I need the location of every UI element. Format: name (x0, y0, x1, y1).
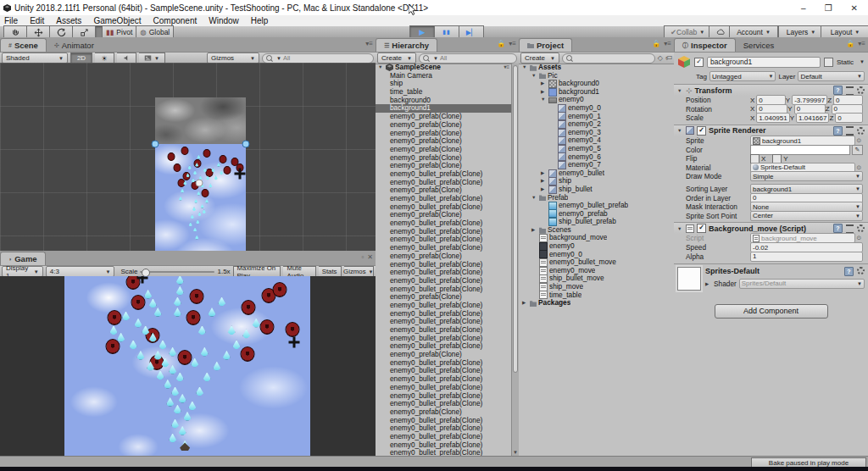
foldout-arrow-icon[interactable]: ▼ (677, 226, 683, 231)
project-item-row[interactable]: ▶Packages (519, 299, 674, 308)
object-picker-icon[interactable]: ⊙ (855, 235, 863, 241)
tab-hierarchy[interactable]: ☰Hierarchy (376, 38, 437, 52)
help-icon[interactable]: ? (833, 86, 843, 95)
menu-component[interactable]: Component (153, 16, 198, 25)
project-menu-icon[interactable]: ▾≡ (664, 40, 671, 47)
project-item-row[interactable]: enemy0_0 (519, 104, 674, 113)
sprite-renderer-header[interactable]: ▼ ✓ Sprite Renderer ? (674, 125, 868, 136)
foldout-arrow-icon[interactable]: ▶ (541, 80, 547, 88)
project-item-row[interactable]: enemy0_6 (519, 153, 674, 162)
project-item-row[interactable]: enemy0_7 (519, 161, 674, 169)
foldout-arrow-icon[interactable]: ▼ (677, 128, 683, 133)
object-picker-icon[interactable]: ⊙ (855, 137, 863, 144)
eyedropper-icon[interactable]: ✎ (852, 145, 863, 155)
foldout-arrow-icon[interactable]: ▼ (541, 96, 547, 104)
component-enabled-checkbox[interactable]: ✓ (697, 126, 706, 136)
tab-scene[interactable]: #Scene (0, 38, 47, 52)
restore-button[interactable]: ❐ (825, 3, 832, 13)
hierarchy-item-row[interactable]: enemy0_bullet_prefab(Clone) (376, 449, 512, 456)
scale-y-field[interactable]: 1.041667 (796, 113, 829, 123)
preset-icon[interactable] (846, 86, 854, 96)
gear-icon[interactable] (857, 86, 865, 94)
game-maximize-icon[interactable]: ▫ (361, 253, 364, 261)
component-enabled-checkbox[interactable]: ✓ (697, 224, 706, 233)
hierarchy-create-dropdown[interactable]: Create▼ (377, 53, 416, 64)
menu-edit[interactable]: Edit (30, 16, 44, 25)
scene-menu-icon[interactable]: ▾≡ (504, 64, 509, 72)
inspector-lock-icon[interactable]: 🔒 (846, 40, 854, 47)
material-preview-swatch[interactable] (677, 267, 701, 291)
project-item-row[interactable]: ▼Assets (519, 64, 674, 72)
project-item-row[interactable]: time_table (519, 291, 674, 300)
project-item-row[interactable]: ▶ship_bullet (519, 186, 674, 194)
gear-icon[interactable] (857, 127, 865, 135)
project-item-row[interactable]: ▼enemy0 (519, 96, 674, 104)
project-item-row[interactable]: enemy0 (519, 242, 674, 251)
project-item-row[interactable]: ship_bullet_move (519, 274, 674, 283)
help-icon[interactable]: ? (844, 267, 854, 276)
color-swatch[interactable] (750, 145, 850, 155)
project-item-row[interactable]: enemy0_4 (519, 136, 674, 145)
add-component-button[interactable]: Add Component (715, 304, 828, 319)
scene-menu-icon[interactable]: ▾≡ (365, 40, 373, 47)
menu-assets[interactable]: Assets (56, 16, 81, 25)
scene-background0-sprite[interactable] (155, 97, 246, 144)
foldout-arrow-icon[interactable]: ▼ (677, 88, 683, 93)
layer-dropdown[interactable]: Default▼ (798, 71, 865, 81)
tag-dropdown[interactable]: Untagged▼ (709, 71, 776, 81)
search-by-label-icon[interactable]: 🏷 (665, 54, 672, 62)
help-icon[interactable]: ? (833, 224, 843, 233)
foldout-arrow-icon[interactable]: ▶ (541, 186, 547, 194)
menu-file[interactable]: File (4, 16, 18, 25)
project-item-row[interactable]: enemy0_bullet_prefab (519, 202, 674, 210)
project-item-row[interactable]: enemy0_1 (519, 113, 674, 121)
project-item-row[interactable]: enemy0_5 (519, 145, 674, 153)
project-item-row[interactable]: ▼Pic (519, 72, 674, 80)
scale-slider-knob[interactable] (142, 269, 150, 277)
foldout-arrow-icon[interactable]: ▶ (541, 169, 547, 178)
foldout-arrow-icon[interactable]: ▶ (541, 88, 547, 97)
project-item-row[interactable]: ▶background1 (519, 88, 674, 97)
scale-slider[interactable] (140, 271, 214, 273)
gameobject-name-field[interactable]: background1 (707, 57, 821, 68)
shader-dropdown[interactable]: Sprites/Default▼ (739, 279, 865, 289)
scene-viewport[interactable] (0, 63, 376, 251)
project-item-row[interactable]: ship_move (519, 283, 674, 291)
close-button[interactable]: ✕ (851, 3, 858, 13)
project-item-row[interactable]: ▶ship (519, 177, 674, 186)
game-close-icon[interactable]: ✕ (367, 253, 373, 261)
project-item-row[interactable]: enemy0_2 (519, 120, 674, 129)
foldout-arrow-icon[interactable]: ▼ (522, 64, 528, 72)
project-item-row[interactable]: enemy0_bullet_move (519, 258, 674, 267)
game-viewport[interactable] (0, 276, 376, 456)
project-item-row[interactable]: ▶enemy0_bullet (519, 169, 674, 178)
foldout-arrow-icon[interactable]: ▼ (531, 194, 537, 202)
gear-icon[interactable] (857, 267, 865, 274)
help-icon[interactable]: ? (833, 126, 843, 136)
project-item-row[interactable]: ▼Prefab (519, 194, 674, 202)
project-item-row[interactable]: ▶background0 (519, 80, 674, 88)
minimize-button[interactable]: – (801, 3, 806, 13)
scale-x-field[interactable]: 1.040951 (756, 113, 789, 123)
project-item-row[interactable]: enemy0_prefab (519, 210, 674, 219)
static-checkbox[interactable] (824, 58, 833, 67)
hierarchy-search-input[interactable]: ▼All (419, 53, 517, 64)
hierarchy-scrollbar[interactable]: ▼ (511, 64, 519, 456)
project-item-row[interactable]: background_move (519, 234, 674, 242)
menu-gameobject[interactable]: GameObject (93, 16, 141, 25)
transform-header[interactable]: ▼ ⊹ Transform ? (674, 84, 868, 96)
draw-mode-dropdown[interactable]: Simple▼ (750, 171, 863, 181)
hierarchy-menu-icon[interactable]: ▾≡ (509, 40, 516, 47)
foldout-arrow-icon[interactable]: ▶ (541, 177, 547, 186)
scene-search-input[interactable]: ▼All (262, 53, 374, 64)
menu-help[interactable]: Help (251, 16, 269, 25)
active-checkbox[interactable]: ✓ (694, 58, 704, 67)
preset-icon[interactable] (846, 224, 854, 234)
foldout-arrow-icon[interactable]: ▼ (378, 64, 384, 72)
tab-project[interactable]: Project (519, 38, 572, 52)
project-item-row[interactable]: enemy0_3 (519, 129, 674, 137)
project-lock-icon[interactable]: 🔒 (652, 40, 660, 47)
foldout-arrow-icon[interactable]: ▶ (531, 226, 537, 235)
project-item-row[interactable]: ▶Scenes (519, 226, 674, 235)
search-by-type-icon[interactable]: ◇ (658, 54, 663, 62)
